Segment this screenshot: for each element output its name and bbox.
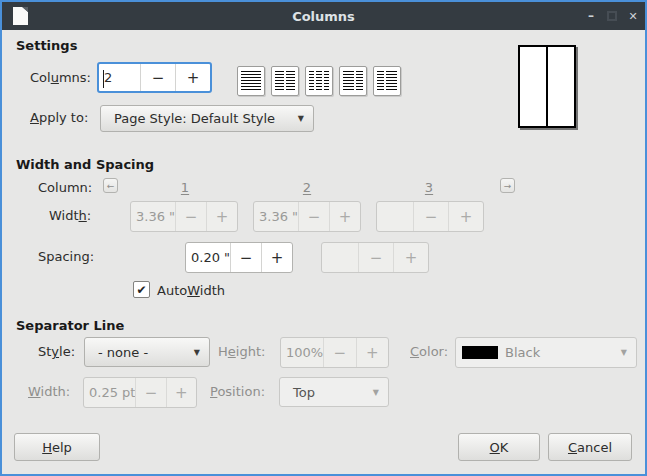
- titlebar: Columns – ✕: [2, 2, 645, 30]
- increment-button: +: [166, 378, 196, 407]
- width-column2-value: 3.36 ": [254, 202, 298, 231]
- position-value: Top: [293, 385, 315, 400]
- column-stripe: [316, 71, 321, 91]
- column-divider: [546, 47, 548, 126]
- preset-three-columns-button[interactable]: [305, 66, 333, 96]
- chevron-down-icon: ▼: [365, 388, 379, 397]
- decrement-button: −: [323, 338, 355, 367]
- spacing-2-spinner: − +: [321, 242, 429, 273]
- columns-value[interactable]: 2: [99, 64, 140, 91]
- increment-button: +: [356, 338, 388, 367]
- apply-to-value: Page Style: Default Style: [114, 111, 275, 126]
- color-value: Black: [505, 345, 540, 360]
- text-caret: [103, 70, 104, 88]
- decrement-button: −: [175, 202, 206, 231]
- column-stripe: [386, 71, 397, 91]
- decrement-button: −: [135, 378, 165, 407]
- columns-label: Columns:: [30, 70, 91, 85]
- position-label: Position:: [210, 384, 265, 399]
- separator-line-heading: Separator Line: [16, 318, 124, 333]
- right-arrow-icon: →: [504, 181, 512, 191]
- style-label: Style:: [38, 344, 75, 359]
- column-number-1: 1: [173, 180, 197, 195]
- close-icon[interactable]: ✕: [624, 2, 642, 30]
- ok-button[interactable]: OK: [458, 433, 540, 461]
- spacing-increment-button[interactable]: +: [261, 243, 292, 272]
- spacing-1-spinner[interactable]: 0.20 " − +: [185, 242, 293, 273]
- color-dropdown: Black ▼: [455, 337, 637, 368]
- check-icon: ✔: [136, 283, 146, 297]
- dialog-title: Columns: [2, 2, 645, 30]
- width-spacing-heading: Width and Spacing: [16, 157, 154, 172]
- column-number-2: 2: [295, 180, 319, 195]
- column-stripe: [286, 71, 295, 91]
- help-button[interactable]: Help: [14, 433, 100, 461]
- column-stripe: [324, 71, 329, 91]
- columns-dialog: Columns – ✕ Settings Columns: 2 − + Appl…: [0, 0, 647, 476]
- columns-decrement-button[interactable]: −: [140, 64, 175, 91]
- chevron-down-icon: ▼: [186, 348, 200, 357]
- separator-width-spinner: 0.25 pt − +: [83, 377, 197, 408]
- decrement-button: −: [358, 243, 393, 272]
- column-stripe: [241, 71, 261, 91]
- width-column1-value: 3.36 ": [131, 202, 175, 231]
- separator-width-label: Width:: [28, 384, 70, 399]
- spacing-1-value[interactable]: 0.20 ": [186, 243, 230, 272]
- column-stripe: [309, 71, 314, 91]
- column-stripe: [343, 71, 354, 91]
- increment-button: +: [393, 243, 428, 272]
- height-spinner: 100% − +: [280, 337, 389, 368]
- position-dropdown: Top ▼: [279, 377, 389, 407]
- autowidth-checkbox[interactable]: ✔: [133, 281, 150, 298]
- columns-spinner[interactable]: 2 − +: [97, 62, 212, 93]
- decrement-button: −: [298, 202, 329, 231]
- spacing-decrement-button[interactable]: −: [230, 243, 261, 272]
- color-label: Color:: [410, 344, 448, 359]
- minimize-icon[interactable]: –: [582, 2, 600, 30]
- preset-left-wide-button[interactable]: [339, 66, 367, 96]
- spacing-2-value: [322, 243, 358, 272]
- decrement-button: −: [413, 202, 448, 231]
- apply-to-dropdown[interactable]: Page Style: Default Style ▼: [100, 105, 314, 132]
- settings-heading: Settings: [16, 38, 77, 53]
- width-column3-value: [377, 202, 413, 231]
- height-label: Height:: [218, 344, 265, 359]
- spacing-label: Spacing:: [38, 249, 94, 264]
- increment-button: +: [448, 202, 483, 231]
- preset-two-columns-button[interactable]: [271, 66, 299, 96]
- column-previous-button[interactable]: ←: [103, 178, 118, 193]
- width-column1-spinner: 3.36 " − +: [130, 201, 238, 232]
- column-stripe: [356, 71, 363, 91]
- style-dropdown[interactable]: - none - ▼: [84, 337, 210, 367]
- column-label: Column:: [38, 180, 92, 195]
- cancel-button[interactable]: Cancel: [548, 433, 632, 461]
- page-preview: [518, 45, 576, 128]
- columns-increment-button[interactable]: +: [175, 64, 210, 91]
- apply-to-label: Apply to:: [30, 110, 88, 125]
- maximize-icon[interactable]: [607, 11, 617, 21]
- color-swatch: [462, 346, 498, 359]
- width-column2-spinner: 3.36 " − +: [253, 201, 361, 232]
- height-value: 100%: [281, 338, 323, 367]
- width-column3-spinner: − +: [376, 201, 484, 232]
- column-stripe: [275, 71, 284, 91]
- increment-button: +: [206, 202, 237, 231]
- column-number-3: 3: [417, 180, 441, 195]
- chevron-down-icon: ▼: [290, 114, 304, 123]
- dialog-content: Settings Columns: 2 − + Apply to: Page S…: [2, 30, 645, 474]
- preset-one-column-button[interactable]: [237, 66, 265, 96]
- style-value: - none -: [98, 345, 148, 360]
- column-stripe: [377, 71, 384, 91]
- column-next-button[interactable]: →: [500, 178, 515, 193]
- increment-button: +: [329, 202, 360, 231]
- preset-right-wide-button[interactable]: [373, 66, 401, 96]
- width-label: Width:: [49, 208, 91, 223]
- separator-width-value: 0.25 pt: [84, 378, 135, 407]
- autowidth-label: AutoWidth: [157, 283, 225, 298]
- left-arrow-icon: ←: [107, 181, 115, 191]
- chevron-down-icon: ▼: [613, 348, 627, 357]
